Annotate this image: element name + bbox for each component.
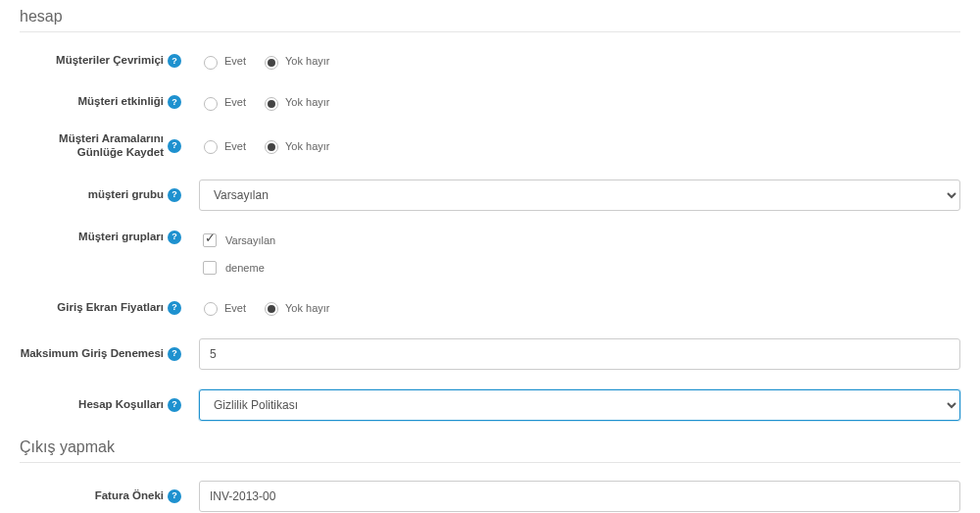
row-invoice-prefix: Fatura Öneki ? — [20, 471, 960, 513]
section-title-account: hesap — [20, 0, 960, 32]
radio-input-yes[interactable] — [204, 56, 218, 70]
label-customer-activity: Müşteri etkinliği ? — [20, 95, 191, 109]
radio-no[interactable]: Yok hayır — [260, 299, 329, 316]
radio-input-no[interactable] — [265, 140, 278, 154]
help-icon[interactable]: ? — [168, 231, 181, 244]
radio-no[interactable]: Yok hayır — [260, 53, 329, 70]
label-customer-groups: Müşteri grupları ? — [20, 231, 191, 244]
label-login-prices: Giriş Ekran Fiyatları ? — [20, 301, 191, 315]
radio-group-customers-online: Evet Yok hayır — [199, 53, 329, 70]
row-account-terms: Hesap Koşulları ? Gizlilik Politikası — [20, 380, 960, 431]
radio-input-no[interactable] — [265, 302, 278, 316]
radio-input-yes[interactable] — [204, 140, 218, 154]
radio-yes[interactable]: Evet — [199, 94, 246, 111]
checkbox-input[interactable] — [203, 233, 217, 247]
label-customer-group: müşteri grubu ? — [20, 188, 191, 202]
checkbox-item[interactable]: deneme — [199, 258, 275, 278]
help-icon[interactable]: ? — [168, 301, 181, 315]
help-icon[interactable]: ? — [168, 347, 181, 361]
help-icon[interactable]: ? — [168, 489, 181, 503]
help-icon[interactable]: ? — [168, 95, 181, 109]
row-customer-group: müşteri grubu ? Varsayılan — [20, 170, 960, 221]
radio-yes[interactable]: Evet — [199, 299, 246, 316]
row-log-searches: Müşteri Aramalarını Günlüğe Kaydet ? Eve… — [20, 123, 960, 170]
radio-no[interactable]: Yok hayır — [260, 94, 329, 111]
select-customer-group[interactable]: Varsayılan — [199, 180, 960, 211]
checkbox-input[interactable] — [203, 261, 217, 275]
help-icon[interactable]: ? — [168, 139, 181, 153]
checkbox-item[interactable]: Varsayılan — [199, 231, 275, 250]
label-invoice-prefix: Fatura Öneki ? — [20, 489, 191, 503]
radio-group-log-searches: Evet Yok hayır — [199, 137, 329, 154]
radio-yes[interactable]: Evet — [199, 53, 246, 70]
select-account-terms[interactable]: Gizlilik Politikası — [199, 389, 960, 421]
row-customers-online: Müşteriler Çevrimiçi ? Evet Yok hayır — [20, 40, 960, 81]
section-title-checkout: Çıkış yapmak — [20, 431, 960, 463]
radio-group-customer-activity: Evet Yok hayır — [199, 94, 329, 111]
help-icon[interactable]: ? — [168, 398, 181, 412]
input-invoice-prefix[interactable] — [199, 481, 960, 512]
radio-input-yes[interactable] — [204, 97, 218, 111]
label-account-terms: Hesap Koşulları ? — [20, 398, 191, 412]
row-customer-groups: Müşteri grupları ? Varsayılan deneme — [20, 221, 960, 287]
radio-no[interactable]: Yok hayır — [260, 137, 329, 154]
row-login-prices: Giriş Ekran Fiyatları ? Evet Yok hayır — [20, 287, 960, 329]
help-icon[interactable]: ? — [168, 188, 181, 202]
checkbox-list-customer-groups: Varsayılan deneme — [199, 231, 275, 278]
label-log-searches: Müşteri Aramalarını Günlüğe Kaydet ? — [20, 132, 191, 160]
label-customers-online: Müşteriler Çevrimiçi ? — [20, 54, 191, 68]
radio-input-yes[interactable] — [204, 302, 218, 316]
radio-input-no[interactable] — [265, 97, 278, 111]
label-max-login: Maksimum Giriş Denemesi ? — [20, 347, 191, 361]
input-max-login[interactable] — [199, 338, 960, 370]
row-customer-activity: Müşteri etkinliği ? Evet Yok hayır — [20, 81, 960, 123]
row-max-login: Maksimum Giriş Denemesi ? — [20, 329, 960, 380]
radio-input-no[interactable] — [265, 56, 278, 70]
radio-group-login-prices: Evet Yok hayır — [199, 299, 329, 316]
help-icon[interactable]: ? — [168, 54, 181, 68]
radio-yes[interactable]: Evet — [199, 137, 246, 154]
